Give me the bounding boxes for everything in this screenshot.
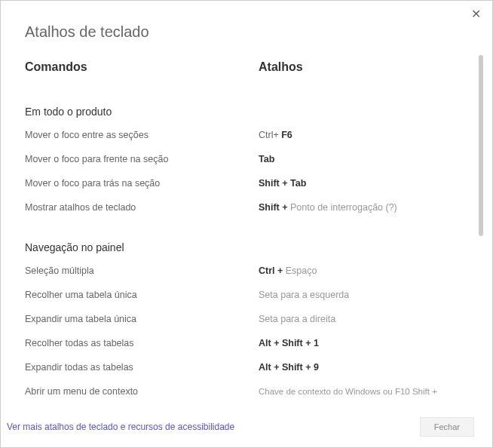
shortcut-key: Shift + [259,202,290,213]
command-label: Expandir todas as tabelas [25,362,259,373]
section-title: Navegação no painel [25,241,468,253]
shortcut-value: Shift + Ponto de interrogação (?) [259,202,468,213]
dialog-title: Atalhos de teclado [25,23,468,41]
shortcut-row: Mover o foco para trás na seção Shift + … [25,178,468,192]
dialog-body: Atalhos de teclado Comandos Atalhos Em t… [1,1,492,408]
command-label: Mover o foco entre as seções [25,130,259,140]
section-panel-navigation: Navegação no painel Seleção múltipla Ctr… [25,241,468,400]
command-label: Mover o foco para trás na seção [25,178,259,189]
dialog-footer: Ver mais atalhos de teclado e recursos d… [1,407,492,447]
shortcut-key: Tab [259,154,274,164]
shortcut-desc: Seta para a direita [259,314,335,324]
command-label: Expandir uma tabela única [25,314,259,324]
shortcut-row: Expandir todas as tabelas Alt + Shift + … [25,362,468,376]
shortcut-key: Shift + Tab [259,178,306,189]
shortcut-value: Shift + Tab [259,178,468,189]
shortcut-desc: Ponto de interrogação (?) [290,202,397,213]
shortcut-value: Alt + Shift + 1 [259,338,468,348]
command-label: Mostrar atalhos de teclado [25,202,259,213]
shortcut-value: Chave de contexto do Windows ou F10 Shif… [259,387,468,396]
command-label: Recolher todas as tabelas [25,338,259,348]
shortcut-row: Mover o foco para frente na seção Tab [25,154,468,167]
shortcut-desc: Espaço [286,265,317,276]
shortcut-value: Ctrl+ F6 [259,130,468,140]
command-label: Seleção múltipla [25,265,259,276]
command-label: Abrir um menu de contexto [25,386,259,397]
shortcut-row: Recolher uma tabela única Seta para a es… [25,290,468,303]
close-button[interactable]: Fechar [420,417,474,437]
shortcut-value: Seta para a direita [259,314,468,324]
command-label: Mover o foco para frente na seção [25,154,259,164]
shortcut-key: Ctrl + [259,265,286,276]
keyboard-shortcuts-dialog: ✕ Atalhos de teclado Comandos Atalhos Em… [0,0,493,448]
shortcut-key: Alt + Shift + 9 [259,362,319,373]
shortcut-value: Alt + Shift + 9 [259,362,468,373]
section-product-wide: Em todo o produto Mover o foco entre as … [25,106,468,216]
shortcut-key: Alt + Shift + 1 [259,338,319,348]
shortcut-value: Ctrl + Espaço [259,265,468,276]
shortcut-row: Mover o foco entre as seções Ctrl+ F6 [25,130,468,143]
scrollbar-thumb[interactable] [479,55,483,236]
shortcut-row: Mostrar atalhos de teclado Shift + Ponto… [25,202,468,216]
shortcut-row: Seleção múltipla Ctrl + Espaço [25,265,468,279]
section-title: Em todo o produto [25,106,468,118]
shortcut-row: Abrir um menu de contexto Chave de conte… [25,386,468,400]
column-headers-row: Comandos Atalhos [25,60,468,91]
more-shortcuts-link[interactable]: Ver mais atalhos de teclado e recursos d… [7,422,234,432]
shortcut-value: Seta para a esquerda [259,290,468,300]
shortcut-modifier: Ctrl+ [259,130,281,140]
shortcut-desc: Seta para a esquerda [259,290,349,300]
shortcut-row: Expandir uma tabela única Seta para a di… [25,314,468,327]
commands-header: Comandos [25,60,259,74]
shortcut-row: Recolher todas as tabelas Alt + Shift + … [25,338,468,351]
command-label: Recolher uma tabela única [25,290,259,300]
shortcuts-header: Atalhos [259,60,468,74]
shortcut-desc: Chave de contexto do Windows ou F10 Shif… [259,387,437,396]
shortcut-key: F6 [281,130,292,140]
shortcut-value: Tab [259,154,468,164]
